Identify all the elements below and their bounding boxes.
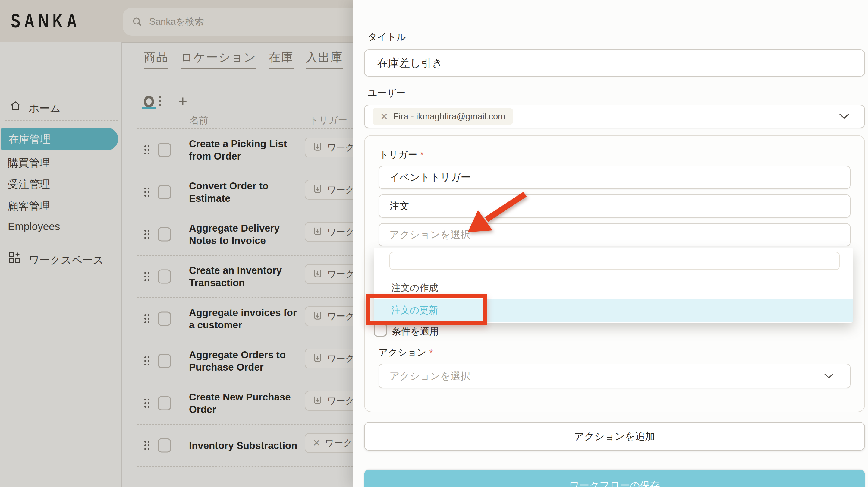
inbox-arrow-icon [313,311,323,322]
trigger-section-label: トリガー* [379,148,424,161]
sidebar-item[interactable]: 受注管理 [8,177,50,191]
inbox-arrow-icon [313,269,323,279]
view-circle-icon[interactable] [144,96,154,108]
sidebar-item[interactable]: 購買管理 [8,156,50,170]
global-search-input[interactable]: Sankaを検索 [123,8,378,36]
title-field-label: タイトル [368,31,406,43]
required-asterisk: * [420,150,424,159]
trigger-action-select[interactable]: アクションを選択 [378,223,850,246]
workflow-name: Create an Inventory Transaction [189,264,301,289]
inbox-arrow-icon [313,185,323,195]
workspace-icon [8,251,21,264]
dropdown-search-input[interactable] [390,252,840,270]
sidebar-divider [5,120,118,121]
event-trigger-select[interactable]: イベントトリガー [378,166,850,189]
annotation-highlight-box [366,294,487,325]
drag-handle-icon[interactable] [144,314,150,323]
drag-handle-icon[interactable] [144,399,150,408]
trigger-object-select[interactable]: 注文 [378,194,850,218]
sidebar-item-label: 在庫管理 [8,127,118,150]
sidebar-item[interactable]: 顧客管理 [8,199,50,213]
chevron-down-icon[interactable] [839,113,849,119]
drag-handle-icon[interactable] [144,188,150,196]
drag-handle-icon[interactable] [144,230,150,239]
sidebar-item-workspace[interactable]: ワークスペース [29,253,104,267]
required-asterisk: * [430,348,433,357]
row-checkbox[interactable] [158,227,171,242]
trigger-object-value: 注文 [390,199,409,213]
user-chip-label: Fira - ikmaghfira@gmail.com [393,112,505,122]
title-input[interactable]: 在庫差し引き [364,50,865,77]
chevron-down-icon[interactable] [824,373,834,379]
action-select-placeholder: アクションを選択 [390,369,470,383]
workflow-name: Aggregate invoices for a customer [189,306,301,331]
row-checkbox[interactable] [158,438,171,453]
x-icon: ✕ [313,437,321,449]
inbox-arrow-icon [313,142,323,153]
row-checkbox[interactable] [158,354,171,368]
tab-ロケーション[interactable]: ロケーション [181,49,256,69]
inbox-arrow-icon [313,227,323,237]
condition-label: 条件を適用 [392,325,439,338]
dropdown-option-create-order[interactable]: 注文の作成 [391,282,438,294]
user-select[interactable]: ✕ Fira - ikmaghfira@gmail.com [364,104,865,128]
add-action-button[interactable]: アクションを追加 [364,422,865,451]
inbox-arrow-icon [313,354,323,364]
workflow-editor-panel: タイトル 在庫差し引き ユーザー ✕ Fira - ikmaghfira@gma… [352,0,868,487]
workflow-name: Create New Purchase Order [189,391,301,416]
app-root: 商品ロケーション在庫入出庫ワークフロー + 名前 トリガー Create a P… [0,0,868,487]
drag-handle-icon[interactable] [144,145,150,154]
drag-handle-icon[interactable] [144,357,150,365]
title-input-value: 在庫差し引き [377,50,864,76]
column-header-name: 名前 [190,114,208,127]
home-icon [10,100,21,112]
add-view-button[interactable]: + [179,92,187,110]
search-icon [132,16,143,27]
trigger-action-placeholder: アクションを選択 [390,228,470,242]
workflow-name: Inventory Substraction [189,439,301,452]
row-checkbox[interactable] [158,185,171,199]
workflow-name: Aggregate Orders to Purchase Order [189,348,301,373]
drag-handle-icon[interactable] [144,441,150,450]
column-header-trigger: トリガー [309,114,347,127]
inbox-arrow-icon [313,396,323,406]
condition-checkbox[interactable] [374,323,387,337]
row-checkbox[interactable] [158,270,171,284]
active-view-underline [142,108,156,110]
user-field-label: ユーザー [368,87,405,99]
workflow-name: Create a Picking List from Order [189,138,301,162]
action-select[interactable]: アクションを選択 [378,364,850,388]
tab-商品[interactable]: 商品 [144,49,168,69]
sidebar-divider [5,242,118,242]
sidebar: ホーム 在庫管理購買管理受注管理顧客管理Employees ワークスペース 日本… [0,42,122,487]
event-trigger-value: イベントトリガー [390,171,470,184]
workflow-name: Convert Order to Estimate [189,180,301,205]
search-placeholder: Sankaを検索 [149,16,204,28]
tab-入出庫[interactable]: 入出庫 [306,49,343,69]
chip-remove-icon[interactable]: ✕ [380,111,388,122]
row-checkbox[interactable] [158,312,171,326]
workflow-name: Aggregate Delivery Notes to Invoice [189,222,301,247]
action-section-label: アクション* [378,346,433,359]
sidebar-item[interactable]: Employees [8,220,60,233]
sidebar-item-active[interactable]: 在庫管理 [1,127,118,150]
user-chip: ✕ Fira - ikmaghfira@gmail.com [373,108,513,125]
sidebar-item-home[interactable]: ホーム [29,101,61,116]
tab-在庫[interactable]: 在庫 [269,49,293,69]
view-options-kebab-icon[interactable] [159,96,161,106]
save-workflow-button[interactable]: ワークフローの保存 [364,470,865,487]
row-checkbox[interactable] [158,396,171,410]
row-checkbox[interactable] [158,143,171,157]
sanka-logo: SANKA [11,9,81,32]
drag-handle-icon[interactable] [144,272,150,281]
